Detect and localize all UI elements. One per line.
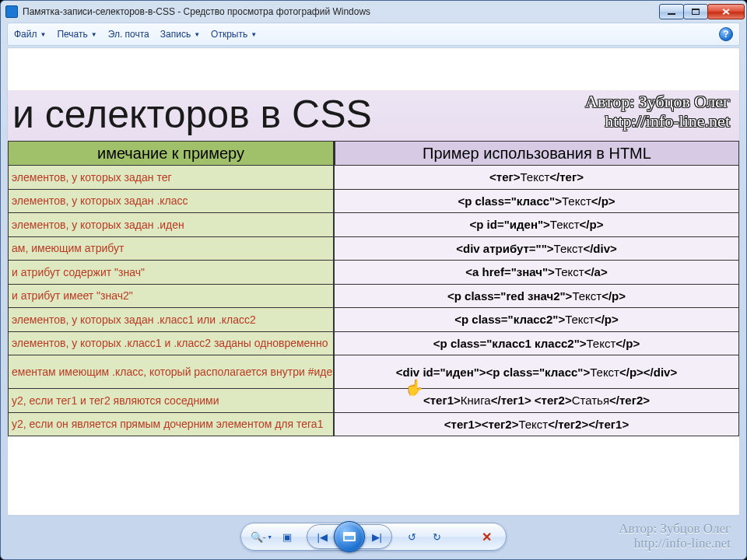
prev-button[interactable]: |◀ — [310, 527, 334, 547]
document-heading: и селекторов в CSS Автор: Зубцов Олег ht… — [8, 90, 739, 141]
table-row: и атрибут имеет "знач2"<p class="red зна… — [8, 285, 739, 309]
cell-note: у2, если он является прямым дочерним эле… — [8, 413, 335, 437]
cell-example: <тег>Текст</тег> — [335, 166, 739, 190]
toolbar-pill: 🔍-▼ ▣ |◀ ▶| ↺ ↻ ✕ — [240, 523, 507, 551]
cell-note: у2, если тег1 и тег2 являются соседними — [8, 389, 335, 413]
delete-button[interactable]: ✕ — [476, 527, 496, 547]
cell-example: <p id="иден">Текст</p> — [335, 213, 739, 237]
app-window: Памятка-записи-селекторов-в-CSS - Средст… — [0, 0, 747, 560]
help-icon[interactable]: ? — [719, 27, 733, 41]
table-row: элементов, у которых задан .класс1 или .… — [8, 308, 739, 332]
cell-example: <тег1>Книга</тег1> <тег2>Статья</тег2> — [335, 389, 739, 413]
menubar: Файл▼ Печать▼ Эл. почта Запись▼ Открыть▼… — [7, 23, 740, 46]
window-buttons: × — [660, 4, 745, 19]
minimize-button[interactable] — [659, 4, 684, 19]
cell-example: <p class="класс1 класс2">Текст</p> — [335, 332, 739, 356]
menu-print[interactable]: Печать▼ — [57, 29, 96, 40]
cell-example: <p class="класс">Текст</p> — [335, 190, 739, 214]
table-row: у2, если тег1 и тег2 являются соседними<… — [8, 389, 739, 413]
window-title: Памятка-записи-селекторов-в-CSS - Средст… — [23, 6, 660, 17]
watermark-top: Автор: Зубцов Олег http://info-line.net — [585, 92, 730, 131]
nav-group: |◀ ▶| — [307, 524, 392, 549]
column-header-note: имечание к примеру — [8, 141, 335, 166]
table-row: элементов, у которых задан .иден<p id="и… — [8, 213, 739, 237]
column-header-example: Пример использования в HTML — [335, 141, 739, 166]
table-row: и атрибут содержит "знач"<a href="знач">… — [8, 261, 739, 285]
cell-example: <тег1><тег2>Текст</тег2></тег1> — [335, 413, 739, 437]
menu-burn[interactable]: Запись▼ — [160, 29, 200, 40]
document-image[interactable]: и селекторов в CSS Автор: Зубцов Олег ht… — [8, 90, 739, 436]
cell-note: элементов, у которых .класс1 и .класс2 з… — [8, 332, 335, 356]
table-row: ам, имеющим атрибут<div атрибут="">Текст… — [8, 237, 739, 261]
maximize-button[interactable] — [683, 4, 708, 19]
cell-note: и атрибут содержит "знач" — [8, 261, 335, 285]
titlebar[interactable]: Памятка-записи-селекторов-в-CSS - Средст… — [1, 1, 746, 23]
watermark-author: Автор: Зубцов Олег — [585, 92, 730, 111]
cell-example: <p class="red знач2">Текст</p> — [335, 285, 739, 309]
watermark-bottom: Автор: Зубцов Олег http://info-line.net — [619, 521, 731, 551]
table-row: элементов, у которых задан тег<тег>Текст… — [8, 166, 739, 190]
cell-note: элементов, у которых задан тег — [8, 166, 335, 190]
cell-example: <div id="иден"><p class="класс">Текст</p… — [335, 355, 739, 389]
cell-example: <a href="знач">Текст</a> — [335, 261, 739, 285]
rotate-ccw-button[interactable]: ↺ — [402, 527, 422, 547]
menu-email[interactable]: Эл. почта — [108, 29, 149, 40]
cursor-icon: 👆 — [405, 378, 424, 397]
picture-icon — [343, 532, 356, 541]
table-row: элементов, у которых .класс1 и .класс2 з… — [8, 332, 739, 356]
table-header-row: имечание к примеру Пример использования … — [8, 141, 739, 166]
fit-button[interactable]: ▣ — [277, 527, 297, 547]
table-row: ементам имеющим .класс, который располаг… — [8, 355, 739, 389]
cell-example: <p class="класс2">Текст</p> — [335, 308, 739, 332]
menu-open[interactable]: Открыть▼ — [211, 29, 257, 40]
table-row: у2, если он является прямым дочерним эле… — [8, 413, 739, 437]
next-button[interactable]: ▶| — [365, 527, 388, 547]
app-icon — [5, 5, 18, 18]
cell-note: ам, имеющим атрибут — [8, 237, 335, 261]
content-frame: и селекторов в CSS Автор: Зубцов Олег ht… — [7, 47, 740, 516]
cell-note: элементов, у которых задан .иден — [8, 213, 335, 237]
table-row: элементов, у которых задан .класс<p clas… — [8, 190, 739, 214]
rotate-cw-button[interactable]: ↻ — [426, 527, 447, 547]
menu-file[interactable]: Файл▼ — [14, 29, 46, 40]
watermark-url: http://info-line.net — [585, 111, 730, 131]
slideshow-button[interactable] — [334, 521, 365, 552]
cell-note: элементов, у которых задан .класс — [8, 190, 335, 214]
cell-note: ементам имеющим .класс, который располаг… — [8, 355, 335, 389]
close-button[interactable]: × — [707, 4, 745, 19]
cell-note: элементов, у которых задан .класс1 или .… — [8, 308, 335, 332]
cell-example: <div атрибут="">Текст</div> — [335, 237, 739, 261]
cell-note: и атрибут имеет "знач2" — [8, 285, 335, 309]
zoom-button[interactable]: 🔍-▼ — [251, 527, 273, 547]
